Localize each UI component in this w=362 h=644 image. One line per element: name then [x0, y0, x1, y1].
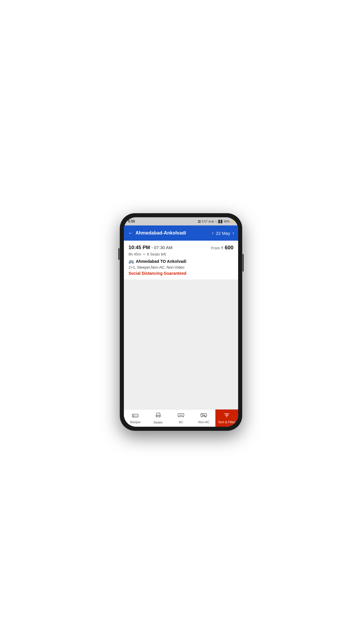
ac-label: AC — [179, 420, 183, 424]
prev-date-button[interactable]: ‹ — [212, 230, 213, 236]
battery-text: 99% — [224, 220, 230, 223]
sleeper-icon — [132, 413, 138, 419]
header-title: Ahmedabad-Ankolvadi — [136, 230, 186, 236]
arrival-time: 07:30 AM — [154, 245, 172, 250]
seater-label: Seater — [153, 421, 163, 424]
non-ac-label: Non-AC — [198, 420, 210, 424]
header-right: ‹ 22 May › — [212, 230, 234, 236]
nav-item-sort-filter[interactable]: Sort & Filter — [215, 410, 238, 427]
status-icons: 🖼 0.57 ⊕ ⊞ ↑↓ ▊▊ 99% ⚡ — [198, 220, 234, 223]
time-section: 10:45 PM - 07:30 AM — [129, 245, 173, 251]
svg-rect-0 — [132, 414, 138, 417]
svg-rect-4 — [156, 415, 161, 416]
nav-item-ac[interactable]: AC — [170, 410, 192, 427]
header-left: ← Ahmedabad-Ankolvadi — [128, 230, 186, 236]
svg-rect-3 — [157, 413, 160, 415]
app-header: ← Ahmedabad-Ankolvadi ‹ 22 May › — [124, 225, 238, 241]
card-meta: 8h 45m • 8 Seats left — [129, 252, 233, 256]
card-top-row: 10:45 PM - 07:30 AM From ₹ 600 — [129, 245, 233, 251]
sort-filter-label: Sort & Filter — [218, 420, 235, 424]
signal-icons: 0.57 ⊕ ⊞ ↑↓ ▊▊ — [202, 220, 223, 223]
phone-screen: 5:55 🖼 0.57 ⊕ ⊞ ↑↓ ▊▊ 99% ⚡ ← Ahmedabad-… — [124, 217, 238, 427]
back-button[interactable]: ← — [128, 230, 133, 236]
header-date: 22 May — [216, 231, 230, 236]
social-distancing-label: Social Distancing Guaranteed — [129, 271, 233, 276]
price-section: From ₹ 600 — [211, 245, 233, 251]
from-label: From ₹ — [211, 246, 224, 250]
bus-card[interactable]: 10:45 PM - 07:30 AM From ₹ 600 8h 45m • … — [124, 241, 238, 280]
seats-left: 8 Seats left — [147, 252, 166, 256]
departure-time: 10:45 PM — [129, 245, 150, 250]
main-content: 10:45 PM - 07:30 AM From ₹ 600 8h 45m • … — [124, 241, 238, 409]
sort-filter-icon — [224, 413, 230, 419]
next-date-button[interactable]: › — [233, 230, 234, 236]
bus-name: Ahmedabad TO Ankolvadi — [136, 259, 186, 264]
price-value: 600 — [225, 245, 233, 251]
nav-item-seater[interactable]: Seater — [147, 410, 169, 427]
nav-item-sleeper[interactable]: Sleeper — [124, 410, 147, 427]
nav-item-non-ac[interactable]: Non-AC — [192, 410, 215, 427]
dot-separator: • — [143, 252, 145, 256]
sleeper-label: Sleeper — [130, 420, 141, 424]
duration: 8h 45m — [129, 252, 141, 256]
bottom-nav: Sleeper Seater — [124, 409, 238, 427]
status-bar: 5:55 🖼 0.57 ⊕ ⊞ ↑↓ ▊▊ 99% ⚡ — [124, 217, 238, 225]
battery-icon: ⚡ — [231, 220, 234, 223]
bus-icon: 🚌 — [129, 259, 134, 264]
bus-type: 2+1, Sleeper,Non-AC, Non-Video — [129, 265, 233, 270]
time-separator: - — [151, 245, 154, 250]
notification-icon: 🖼 — [198, 220, 201, 223]
status-time: 5:55 — [128, 219, 135, 223]
bus-name-row: 🚌 Ahmedabad TO Ankolvadi — [129, 259, 233, 264]
seater-icon — [155, 412, 161, 420]
ac-icon — [178, 413, 184, 419]
non-ac-icon — [201, 413, 207, 419]
phone-frame: 5:55 🖼 0.57 ⊕ ⊞ ↑↓ ▊▊ 99% ⚡ ← Ahmedabad-… — [120, 213, 242, 431]
